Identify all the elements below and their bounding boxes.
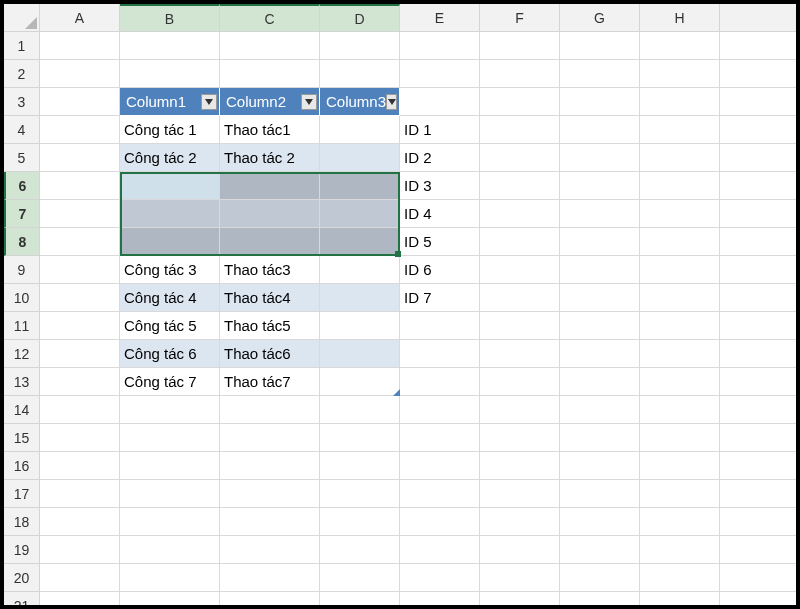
- row-header-14[interactable]: 14: [4, 396, 40, 424]
- cell-E20[interactable]: [400, 564, 480, 592]
- cell-A19[interactable]: [40, 536, 120, 564]
- cell-x16[interactable]: [720, 452, 800, 480]
- table-resize-handle[interactable]: [393, 389, 400, 396]
- cell-A13[interactable]: [40, 368, 120, 396]
- cell-A11[interactable]: [40, 312, 120, 340]
- cell-G18[interactable]: [560, 508, 640, 536]
- table-cell[interactable]: Thao tác4: [220, 284, 320, 312]
- cell-D18[interactable]: [320, 508, 400, 536]
- cell-G13[interactable]: [560, 368, 640, 396]
- cell-x10[interactable]: [720, 284, 800, 312]
- cell-H14[interactable]: [640, 396, 720, 424]
- table-cell[interactable]: [320, 256, 400, 284]
- cell-H20[interactable]: [640, 564, 720, 592]
- cell-D16[interactable]: [320, 452, 400, 480]
- filter-dropdown-icon[interactable]: [301, 94, 317, 110]
- column-header-F[interactable]: F: [480, 4, 560, 32]
- cell-F11[interactable]: [480, 312, 560, 340]
- cell-E21[interactable]: [400, 592, 480, 609]
- cell-x9[interactable]: [720, 256, 800, 284]
- row-header-7[interactable]: 7: [4, 200, 40, 228]
- cell-A10[interactable]: [40, 284, 120, 312]
- cell-A9[interactable]: [40, 256, 120, 284]
- column-header-E[interactable]: E: [400, 4, 480, 32]
- cell-E18[interactable]: [400, 508, 480, 536]
- cell-A18[interactable]: [40, 508, 120, 536]
- cell-G6[interactable]: [560, 172, 640, 200]
- row-header-10[interactable]: 10: [4, 284, 40, 312]
- row-header-17[interactable]: 17: [4, 480, 40, 508]
- table-cell[interactable]: Công tác 5: [120, 312, 220, 340]
- cell-D17[interactable]: [320, 480, 400, 508]
- table-cell[interactable]: Công tác 2: [120, 144, 220, 172]
- row-header-2[interactable]: 2: [4, 60, 40, 88]
- row-header-21[interactable]: 21: [4, 592, 40, 609]
- cell-x1[interactable]: [720, 32, 800, 60]
- cell-D1[interactable]: [320, 32, 400, 60]
- table-cell[interactable]: Thao tác7: [220, 368, 320, 396]
- row-header-13[interactable]: 13: [4, 368, 40, 396]
- cell-H19[interactable]: [640, 536, 720, 564]
- cell-G8[interactable]: [560, 228, 640, 256]
- table-cell[interactable]: Công tác 4: [120, 284, 220, 312]
- cell-A2[interactable]: [40, 60, 120, 88]
- row-header-16[interactable]: 16: [4, 452, 40, 480]
- cell-A3[interactable]: [40, 88, 120, 116]
- column-header-A[interactable]: A: [40, 4, 120, 32]
- row-header-6[interactable]: 6: [4, 172, 40, 200]
- row-header-1[interactable]: 1: [4, 32, 40, 60]
- cell-H15[interactable]: [640, 424, 720, 452]
- cell-F2[interactable]: [480, 60, 560, 88]
- table-cell[interactable]: Công tác 7: [120, 368, 220, 396]
- cell-E12[interactable]: [400, 340, 480, 368]
- table-cell[interactable]: Công tác 3: [120, 256, 220, 284]
- table-cell[interactable]: [320, 284, 400, 312]
- cell-B17[interactable]: [120, 480, 220, 508]
- cell-F19[interactable]: [480, 536, 560, 564]
- cell-H9[interactable]: [640, 256, 720, 284]
- cell-A21[interactable]: [40, 592, 120, 609]
- cell-F7[interactable]: [480, 200, 560, 228]
- cell-C17[interactable]: [220, 480, 320, 508]
- cell-G15[interactable]: [560, 424, 640, 452]
- cell-D19[interactable]: [320, 536, 400, 564]
- row-header-20[interactable]: 20: [4, 564, 40, 592]
- cell-E3[interactable]: [400, 88, 480, 116]
- cell-A17[interactable]: [40, 480, 120, 508]
- cell-F4[interactable]: [480, 116, 560, 144]
- cell-A15[interactable]: [40, 424, 120, 452]
- cell-x7[interactable]: [720, 200, 800, 228]
- cell-B1[interactable]: [120, 32, 220, 60]
- cell-A5[interactable]: [40, 144, 120, 172]
- row-header-12[interactable]: 12: [4, 340, 40, 368]
- cell-C16[interactable]: [220, 452, 320, 480]
- table-cell[interactable]: Thao tác6: [220, 340, 320, 368]
- cell-H11[interactable]: [640, 312, 720, 340]
- cell-D20[interactable]: [320, 564, 400, 592]
- cell-x8[interactable]: [720, 228, 800, 256]
- cell-C2[interactable]: [220, 60, 320, 88]
- row-header-9[interactable]: 9: [4, 256, 40, 284]
- table-cell[interactable]: [320, 172, 400, 200]
- cell-H4[interactable]: [640, 116, 720, 144]
- cell-A14[interactable]: [40, 396, 120, 424]
- cell-E13[interactable]: [400, 368, 480, 396]
- cell-x13[interactable]: [720, 368, 800, 396]
- cell-F5[interactable]: [480, 144, 560, 172]
- cell-H6[interactable]: [640, 172, 720, 200]
- cell-F9[interactable]: [480, 256, 560, 284]
- cell-A1[interactable]: [40, 32, 120, 60]
- cell-D15[interactable]: [320, 424, 400, 452]
- cell-G14[interactable]: [560, 396, 640, 424]
- column-header-C[interactable]: C: [220, 4, 320, 32]
- cell-H8[interactable]: [640, 228, 720, 256]
- table-cell[interactable]: [320, 200, 400, 228]
- filter-dropdown-icon[interactable]: [386, 94, 397, 110]
- cell-x6[interactable]: [720, 172, 800, 200]
- table-cell[interactable]: [320, 368, 400, 396]
- cell-x14[interactable]: [720, 396, 800, 424]
- cell-F21[interactable]: [480, 592, 560, 609]
- row-header-5[interactable]: 5: [4, 144, 40, 172]
- cell-A7[interactable]: [40, 200, 120, 228]
- cell-G5[interactable]: [560, 144, 640, 172]
